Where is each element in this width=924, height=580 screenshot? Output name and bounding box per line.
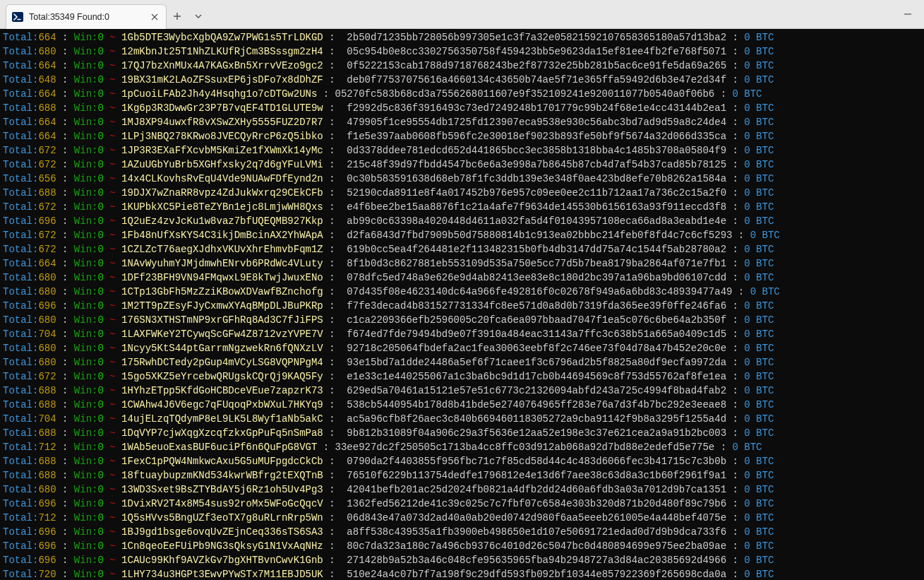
output-line: Total:664 : Win:0 ~ 1MJ8XP94uwxfR8vXSwZX…	[3, 115, 921, 129]
total-label: Total:	[3, 555, 38, 566]
space	[116, 117, 121, 128]
separator: :	[726, 456, 744, 467]
separator: :	[56, 371, 74, 382]
separator: :	[732, 230, 750, 241]
space	[116, 60, 121, 71]
space	[750, 427, 756, 439]
output-line: Total:680 : Win:0 ~ 1Ncyy5KtS44ptGarrmNg…	[3, 341, 921, 355]
separator: :	[317, 88, 335, 100]
space	[116, 145, 121, 156]
tab-close-button[interactable]	[149, 11, 160, 23]
separator: :	[726, 145, 744, 156]
space	[750, 371, 756, 382]
separator: :	[56, 145, 74, 156]
currency-label: BTC	[756, 74, 774, 85]
hash-value: 538cb5440954b178d8b41bde5e2740764965ff28…	[341, 399, 726, 410]
separator: :	[726, 300, 744, 312]
tilde-separator: ~	[109, 300, 115, 312]
currency-label: BTC	[756, 512, 774, 523]
bitcoin-address: 1FexC1pPQW4NmkwcAxu5G5uMUFpgdcCkCb	[121, 456, 323, 467]
window-minimize-button[interactable]	[892, 0, 924, 28]
currency-label: BTC	[756, 159, 774, 170]
total-label: Total:	[3, 314, 38, 326]
separator: :	[726, 159, 744, 170]
space	[116, 484, 121, 495]
space	[116, 258, 121, 269]
space	[116, 470, 121, 481]
balance-value: 0	[744, 173, 750, 184]
total-label: Total:	[3, 442, 38, 453]
separator: :	[56, 540, 74, 552]
separator: :	[323, 399, 341, 410]
bitcoin-address: 1MJ8XP94uwxfR8vXSwZXHy5555FUZ2D7R7	[121, 117, 323, 128]
space	[756, 230, 762, 241]
separator: :	[323, 427, 341, 439]
balance-value: 0	[744, 540, 750, 552]
titlebar-drag-region[interactable]	[209, 0, 892, 28]
balance-value: 0	[744, 456, 750, 467]
currency-label: BTC	[744, 442, 762, 453]
hash-value: 479905f1ce95554db1725fd123907eca9538e930…	[341, 117, 726, 128]
tilde-separator: ~	[109, 512, 115, 523]
tilde-separator: ~	[109, 173, 115, 184]
output-line: Total:680 : Win:0 ~ 12mKbnJt25T1NhZLKUfR…	[3, 45, 921, 59]
win-label: Win:	[74, 357, 98, 368]
tilde-separator: ~	[109, 470, 115, 481]
space	[116, 371, 121, 382]
tilde-separator: ~	[109, 456, 115, 467]
hash-value: 93e15bd7a1dde24486a5ef6f71caee1f3c6796ad…	[341, 357, 726, 368]
hash-value: 8f1b0d3c8627881eb553109d535a750e5cc77d5b…	[341, 258, 726, 269]
space	[750, 540, 756, 552]
total-value: 720	[38, 569, 56, 580]
total-value: 696	[38, 215, 56, 227]
total-label: Total:	[3, 117, 38, 128]
bitcoin-address: 15go5XKZ5eYrcebwQRUgskCQrQj9KAQ5Fy	[121, 371, 323, 382]
new-tab-button[interactable]	[167, 4, 188, 28]
separator: :	[726, 173, 744, 184]
terminal-tab[interactable]: Total:35349 Found:0	[6, 4, 167, 29]
bitcoin-address: 1Q5sHVvs5BngUZf3eoTX7g8uRLrnRrp5Wn	[121, 512, 323, 523]
separator: :	[323, 258, 341, 269]
win-value: 0	[97, 427, 103, 439]
win-value: 0	[97, 329, 103, 340]
separator: :	[323, 540, 341, 552]
currency-label: BTC	[756, 399, 774, 410]
separator: :	[726, 470, 744, 481]
space	[750, 456, 756, 467]
space	[750, 555, 756, 566]
total-value: 680	[38, 484, 56, 495]
space	[750, 244, 756, 255]
separator: :	[323, 60, 341, 71]
space	[116, 399, 121, 410]
bitcoin-address: 1AZuUGbYuBrb5XGHfxsky2q7d6gYFuLVMi	[121, 159, 323, 170]
win-label: Win:	[74, 102, 98, 114]
currency-label: BTC	[756, 32, 774, 43]
currency-label: BTC	[756, 413, 774, 425]
bitcoin-address: 1BJ9gd1bsge6ovqUvZEjnCeq336sTS6SA3	[121, 526, 323, 538]
currency-label: BTC	[756, 215, 774, 227]
tab-dropdown-button[interactable]	[188, 4, 209, 28]
win-value: 0	[97, 88, 103, 100]
win-label: Win:	[74, 131, 98, 142]
currency-label: BTC	[762, 286, 780, 297]
separator: :	[56, 102, 74, 114]
separator: :	[56, 46, 74, 57]
separator: :	[56, 413, 74, 425]
separator: :	[726, 413, 744, 425]
separator: :	[323, 329, 341, 340]
separator: :	[726, 244, 744, 255]
win-label: Win:	[74, 145, 98, 156]
output-line: Total:696 : Win:0 ~ 1M2TT9pZEsyFJyCxmwXY…	[3, 299, 921, 313]
win-value: 0	[97, 456, 103, 467]
separator: :	[732, 286, 750, 297]
separator: :	[323, 498, 341, 509]
currency-label: BTC	[756, 145, 774, 156]
currency-label: BTC	[756, 300, 774, 312]
terminal-output[interactable]: Total:664 : Win:0 ~ 1Gb5DTE3WybcXgbQA9Zw…	[0, 29, 924, 580]
space	[750, 569, 756, 580]
total-value: 664	[38, 131, 56, 142]
space	[116, 74, 121, 85]
space	[116, 187, 121, 199]
total-value: 672	[38, 145, 56, 156]
tilde-separator: ~	[109, 159, 115, 170]
